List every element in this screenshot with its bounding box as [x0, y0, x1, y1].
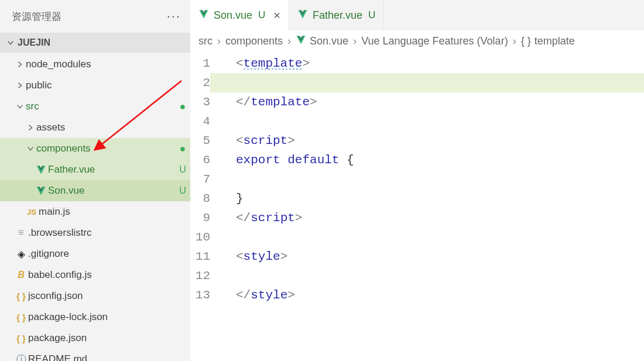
braces-icon: { } [521, 35, 531, 47]
file-label: Father.vue [48, 164, 175, 176]
file-row[interactable]: Son.vueU [0, 180, 190, 201]
modified-dot-icon: ● [175, 143, 190, 154]
folder-row[interactable]: components● [0, 138, 190, 159]
folder-row[interactable]: node_modules [0, 54, 190, 75]
editor-tab[interactable]: Father.vueU [289, 0, 384, 30]
breadcrumb-item: src [198, 35, 213, 47]
chevron-down-icon [14, 102, 26, 111]
code-line[interactable] [223, 170, 644, 189]
vue-icon [34, 185, 48, 196]
code-line[interactable]: <script> [223, 131, 644, 150]
line-number-gutter: 12345678910111213 [190, 51, 223, 361]
breadcrumb-item: Son.vue [296, 35, 348, 48]
git-icon: ◈ [14, 248, 28, 260]
close-icon[interactable]: × [273, 9, 280, 22]
explorer-title: 资源管理器 [12, 10, 61, 23]
code-line[interactable] [210, 73, 644, 92]
vue-icon [198, 9, 209, 22]
vue-icon [297, 9, 308, 22]
line-number: 6 [190, 150, 210, 170]
line-number: 2 [190, 73, 210, 92]
code-line[interactable]: </script> [223, 208, 644, 228]
explorer-root[interactable]: JUEJIN [0, 33, 190, 53]
line-number: 1 [190, 54, 210, 73]
tab-label: Son.vue [214, 9, 252, 22]
git-status: U [175, 164, 190, 175]
vue-icon [34, 164, 48, 175]
folder-row[interactable]: assets [0, 117, 190, 138]
file-label: .gitignore [28, 248, 175, 260]
file-row[interactable]: Father.vueU [0, 159, 190, 180]
breadcrumb-item: components [225, 35, 283, 47]
folder-row[interactable]: public [0, 75, 190, 96]
file-row[interactable]: { }jsconfig.json [0, 286, 190, 307]
folder-row[interactable]: src● [0, 96, 190, 117]
chevron-right-icon: › [287, 35, 291, 47]
line-number: 12 [190, 266, 210, 286]
chevron-down-icon [5, 39, 16, 47]
vue-icon [296, 35, 306, 48]
chevron-right-icon: › [513, 35, 516, 47]
chevron-right-icon [25, 123, 36, 132]
chevron-down-icon [25, 145, 36, 153]
lines-icon: ≡ [14, 227, 28, 239]
folder-label: src [26, 101, 175, 112]
breadcrumb-item: { } template [521, 35, 575, 47]
code-lines[interactable]: <template></template><script>export defa… [223, 51, 644, 361]
folder-label: public [26, 80, 175, 91]
file-row[interactable]: { }package-lock.json [0, 307, 190, 328]
file-tree: node_modulespublicsrc●assetscomponents●F… [0, 53, 190, 361]
workspace-name: JUEJIN [18, 37, 50, 48]
file-label: main.js [39, 206, 175, 218]
code-line[interactable] [223, 266, 644, 286]
code-line[interactable]: <style> [223, 247, 644, 266]
code-line[interactable] [223, 228, 644, 247]
babel-icon: B [14, 270, 28, 280]
explorer-header: 资源管理器 ··· [0, 0, 190, 33]
breadcrumb[interactable]: src › components › Son.vue › Vue Languag… [190, 30, 644, 51]
file-row[interactable]: ⓘREADME.md [0, 349, 190, 361]
file-row[interactable]: { }package.json [0, 328, 190, 349]
braces-icon: { } [14, 312, 28, 322]
file-label: jsconfig.json [28, 290, 175, 302]
line-number: 3 [190, 92, 210, 112]
file-label: README.md [28, 353, 175, 361]
line-number: 8 [190, 189, 210, 208]
code-line[interactable] [223, 112, 644, 131]
modified-dot-icon: ● [175, 101, 190, 112]
chevron-right-icon: › [353, 35, 357, 47]
info-icon: ⓘ [14, 353, 28, 362]
line-number: 7 [190, 170, 210, 189]
folder-label: assets [36, 122, 175, 133]
chevron-right-icon [14, 60, 26, 68]
more-actions-icon[interactable]: ··· [167, 9, 181, 24]
code-line[interactable]: export default { [223, 150, 644, 170]
editor-tab[interactable]: Son.vueU× [190, 0, 289, 30]
file-label: Son.vue [48, 185, 175, 197]
line-number: 13 [190, 286, 210, 305]
tab-label: Father.vue [313, 9, 362, 22]
file-row[interactable]: ≡.browserslistrc [0, 222, 190, 243]
braces-icon: { } [14, 334, 28, 343]
main-split: 资源管理器 ··· JUEJIN node_modulespublicsrc●a… [0, 0, 644, 361]
file-row[interactable]: ◈.gitignore [0, 243, 190, 264]
code-line[interactable]: </template> [223, 92, 644, 112]
code-editor[interactable]: 12345678910111213 <template></template><… [190, 51, 644, 361]
breadcrumb-item: Vue Language Features (Volar) [361, 35, 508, 47]
code-line[interactable]: } [223, 189, 644, 208]
tab-bar: Son.vueU×Father.vueU [190, 0, 644, 30]
editor-area: Son.vueU×Father.vueU src › components › … [190, 0, 644, 361]
file-label: babel.config.js [28, 269, 175, 281]
tab-status: U [258, 9, 265, 21]
file-label: .browserslistrc [28, 227, 175, 239]
chevron-right-icon [14, 81, 26, 90]
code-line[interactable]: <template> [223, 54, 644, 73]
file-row[interactable]: JSmain.js [0, 201, 190, 222]
code-line[interactable]: </style> [223, 286, 644, 305]
tab-status: U [368, 9, 375, 21]
chevron-right-icon: › [217, 35, 221, 47]
file-row[interactable]: Bbabel.config.js [0, 264, 190, 286]
line-number: 10 [190, 228, 210, 247]
file-label: package.json [28, 332, 175, 344]
js-icon: JS [25, 208, 39, 216]
